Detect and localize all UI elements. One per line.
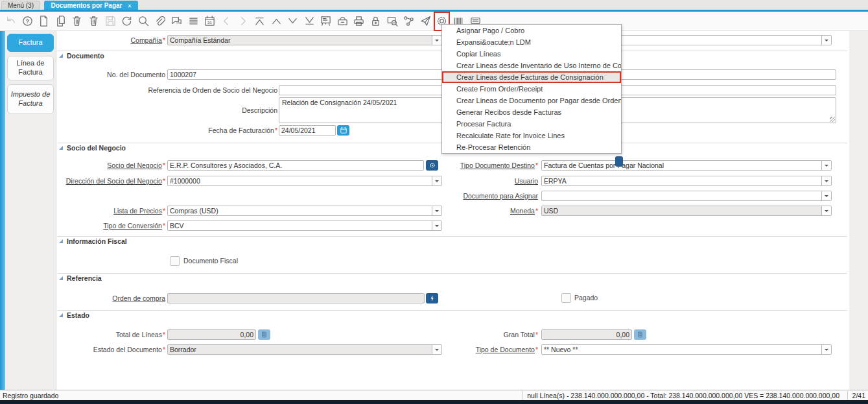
toolbar <box>0 12 868 31</box>
undo-icon[interactable] <box>4 13 18 30</box>
menu-item[interactable]: Expansi&oacute;n LDM <box>442 36 621 48</box>
status-message: Registro guardado <box>3 391 58 400</box>
archive-icon[interactable] <box>336 13 349 30</box>
lista-precios-label: Lista de Precios <box>56 206 165 216</box>
dropdown-arrow-icon[interactable] <box>821 191 831 200</box>
status-totals: null Línea(s) - 238.140.000.000.000,00 -… <box>522 391 845 400</box>
new-record-icon[interactable] <box>37 13 51 30</box>
sidebar-tab-factura[interactable]: Factura <box>7 34 54 52</box>
section-documento[interactable]: Documento <box>67 52 104 60</box>
dropdown-arrow-icon[interactable] <box>432 221 441 230</box>
menu-item[interactable]: Recalculate Rate for Invoice Lines <box>442 130 621 141</box>
record-indicator[interactable]: 2/41 <box>847 391 865 400</box>
tipo-doc-destino-combo[interactable]: Factura de Cuentas por Pagar Nacional <box>541 160 832 171</box>
section-informacion-fiscal[interactable]: Información Fiscal <box>67 237 127 245</box>
documento-fiscal-checkbox[interactable] <box>170 256 180 266</box>
menu-item[interactable]: Procesar Factura <box>442 118 621 130</box>
descripcion-label: Descripción <box>56 105 277 115</box>
menu-item[interactable]: Crear Lineas desde Facturas de Consignac… <box>442 71 621 83</box>
moneda-label: Moneda <box>419 206 538 216</box>
tipo-documento-combo[interactable]: ** Nuevo ** <box>541 344 832 355</box>
save-icon[interactable] <box>104 13 117 30</box>
documentos-por-pagar-window: Menú (3) Documentos por Pagar Factura Lí… <box>0 0 868 404</box>
usuario-combo[interactable]: ERPYA <box>541 176 832 186</box>
dropdown-arrow-icon[interactable] <box>821 176 831 185</box>
menu-item[interactable]: Crear Lineas de Documento por Pagar desd… <box>442 95 621 106</box>
tipo-conversion-label: Tipo de Conversión <box>56 220 165 231</box>
delete-record-icon[interactable] <box>70 13 84 30</box>
menu-item[interactable]: Create From Order/Receipt <box>442 83 621 95</box>
moneda-combo[interactable]: USD <box>541 206 832 216</box>
doc-asignar-label: Documento para Asignar <box>419 191 538 201</box>
zoom-window-icon[interactable] <box>386 13 399 30</box>
bottom-bar <box>0 400 868 404</box>
estado-documento-label: Estado del Documento <box>56 344 165 355</box>
last-record-icon[interactable] <box>303 13 316 30</box>
tab-documentos-por-pagar[interactable]: Documentos por Pagar <box>44 1 138 10</box>
direccion-socio-label: Dirección del Socio del Negocio <box>56 176 165 186</box>
pagado-label: Pagado <box>574 293 598 302</box>
dropdown-arrow-icon[interactable] <box>821 161 831 170</box>
section-estado[interactable]: Estado <box>67 311 89 319</box>
gran-total-input[interactable]: 0,00 <box>541 329 632 340</box>
gran-total-calculator-button[interactable] <box>634 329 646 340</box>
orden-compra-zoom-button[interactable] <box>426 293 438 303</box>
menu-item[interactable]: Re-Procesar Retención <box>442 141 621 153</box>
previous-record-icon[interactable] <box>270 13 283 30</box>
compania-combo[interactable]: Compañía Estándar <box>167 35 442 45</box>
send-icon[interactable] <box>419 13 432 30</box>
find-icon[interactable] <box>137 13 150 30</box>
delete-selection-icon[interactable] <box>87 13 100 30</box>
calendar-icon[interactable] <box>203 13 217 30</box>
compania-label: Compañía <box>56 35 165 45</box>
workflow-icon[interactable] <box>402 13 416 30</box>
hidden-button-edge <box>615 156 623 167</box>
next-record-icon[interactable] <box>286 13 299 30</box>
help-icon[interactable] <box>21 13 34 30</box>
menu-item[interactable]: Copiar Líneas <box>442 48 621 60</box>
gran-total-label: Gran Total <box>419 329 538 340</box>
copy-record-icon[interactable] <box>54 13 67 30</box>
attachment-icon[interactable] <box>153 13 167 30</box>
tab-menu[interactable]: Menú (3) <box>1 1 40 10</box>
lista-precios-combo[interactable]: Compras (USD) <box>167 206 442 216</box>
refresh-icon[interactable] <box>120 13 134 30</box>
pagado-checkbox[interactable] <box>561 293 571 303</box>
dropdown-arrow-icon[interactable] <box>821 206 831 215</box>
section-socio-del-negocio[interactable]: Socio del Negocio <box>67 144 126 152</box>
tab-sidebar: Factura Línea de Factura Impuesto de Fac… <box>5 31 56 390</box>
dropdown-arrow-icon[interactable] <box>821 36 831 45</box>
history-back-icon[interactable] <box>220 13 233 30</box>
menu-item[interactable]: Generar Recibos desde Facturas <box>442 106 621 118</box>
resize-handle[interactable] <box>830 117 835 122</box>
dropdown-arrow-icon[interactable] <box>432 36 441 45</box>
menu-item[interactable]: Asignar Pago / Cobro <box>442 25 621 36</box>
direccion-socio-combo[interactable]: #1000000 <box>167 176 442 186</box>
estado-documento-combo[interactable]: Borrador <box>167 344 442 355</box>
section-referencia[interactable]: Referencia <box>67 274 102 282</box>
total-lineas-input[interactable]: 0,00 <box>167 329 256 340</box>
menu-item[interactable]: Crear Lineas desde Inventario de Uso Int… <box>442 60 621 71</box>
lock-icon[interactable] <box>369 13 382 30</box>
total-lineas-calculator-button[interactable] <box>258 329 270 340</box>
sidebar-tab-linea-de-factura[interactable]: Línea de Factura <box>7 56 54 80</box>
fecha-facturacion-input[interactable]: 24/05/2021 <box>279 125 336 136</box>
socio-negocio-input[interactable]: E.R.P. Consultores y Asociados, C.A. <box>167 160 424 171</box>
history-forward-icon[interactable] <box>236 13 250 30</box>
process-menu: Asignar Pago / CobroExpansi&oacute;n LDM… <box>441 24 622 154</box>
print-icon[interactable] <box>352 13 366 30</box>
report-icon[interactable] <box>319 13 333 30</box>
dropdown-arrow-icon[interactable] <box>821 345 831 354</box>
grid-toggle-icon[interactable] <box>187 13 200 30</box>
calendar-picker-button[interactable] <box>337 125 349 136</box>
orden-compra-label: Orden de compra <box>56 293 165 303</box>
first-record-icon[interactable] <box>253 13 266 30</box>
window-tab-bar: Menú (3) Documentos por Pagar <box>0 0 868 10</box>
referencia-orden-label: Referencia de Orden de Socio del Negocio <box>56 85 277 95</box>
chat-icon[interactable] <box>170 13 183 30</box>
doc-asignar-combo[interactable] <box>541 191 832 201</box>
sidebar-tab-impuesto-de-factura[interactable]: Impuesto de Factura <box>7 84 54 114</box>
tipo-conversion-combo[interactable]: BCV <box>167 220 442 231</box>
orden-compra-input[interactable] <box>167 293 425 303</box>
status-bar: Registro guardado null Línea(s) - 238.14… <box>0 390 868 400</box>
